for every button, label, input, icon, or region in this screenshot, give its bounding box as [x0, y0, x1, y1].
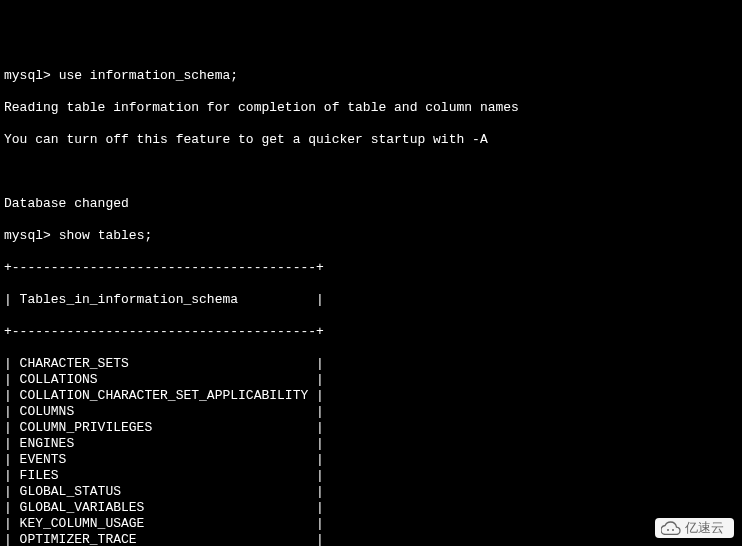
table-row: | ENGINES |: [4, 436, 738, 452]
table-row: | GLOBAL_STATUS |: [4, 484, 738, 500]
table-header-row: | Tables_in_information_schema |: [4, 292, 738, 308]
message-reading: Reading table information for completion…: [4, 100, 738, 116]
table-row: | OPTIMIZER_TRACE |: [4, 532, 738, 546]
table-row: | COLUMN_PRIVILEGES |: [4, 420, 738, 436]
command-show-tables: show tables;: [59, 228, 153, 243]
cloud-icon: [661, 521, 681, 535]
command-use-db: use information_schema;: [59, 68, 238, 83]
table-row: | EVENTS |: [4, 452, 738, 468]
watermark-text: 亿速云: [685, 520, 724, 536]
mysql-prompt: mysql>: [4, 68, 51, 83]
table-row: | COLUMNS |: [4, 404, 738, 420]
table-border-mid: +---------------------------------------…: [4, 324, 738, 340]
blank-line: [4, 164, 738, 180]
terminal-line: mysql> use information_schema;: [4, 68, 738, 84]
table-border-top: +---------------------------------------…: [4, 260, 738, 276]
svg-point-0: [667, 529, 669, 531]
table-row: | CHARACTER_SETS |: [4, 356, 738, 372]
table-row: | KEY_COLUMN_USAGE |: [4, 516, 738, 532]
message-changed: Database changed: [4, 196, 738, 212]
message-turnoff: You can turn off this feature to get a q…: [4, 132, 738, 148]
table-row: | GLOBAL_VARIABLES |: [4, 500, 738, 516]
table-row: | COLLATIONS |: [4, 372, 738, 388]
table-row: | COLLATION_CHARACTER_SET_APPLICABILITY …: [4, 388, 738, 404]
table-row: | FILES |: [4, 468, 738, 484]
mysql-prompt: mysql>: [4, 228, 51, 243]
watermark: 亿速云: [655, 518, 734, 538]
terminal-line: mysql> show tables;: [4, 228, 738, 244]
svg-point-1: [672, 529, 674, 531]
